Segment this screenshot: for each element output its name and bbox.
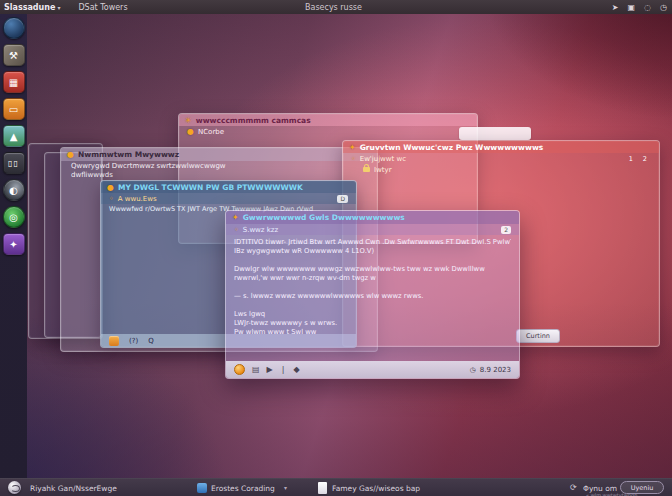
display-icon[interactable]: ▣: [627, 3, 635, 12]
lock-icon: [363, 167, 370, 172]
screen: Slassadune ▾ DSat Towers Basecys russe ➤…: [0, 0, 672, 496]
window-main-title: Gwwrwwwwwd Gwls Dwwwwwwwwws: [243, 213, 405, 222]
taskbar-item-3[interactable]: Famey Gas//wiseos bap: [332, 484, 420, 493]
window-pink-chip[interactable]: [459, 127, 531, 140]
continue-button[interactable]: Curtinn: [516, 329, 560, 343]
taskbar-item-1[interactable]: Riyahk Gan/NsserEwge: [30, 484, 117, 493]
tool-icon: ⚒: [9, 50, 18, 61]
clock-icon[interactable]: ◷: [660, 3, 667, 12]
launcher-item-chat[interactable]: ✦: [3, 233, 25, 255]
folder-icon[interactable]: ▤: [252, 365, 260, 374]
status-app-icon[interactable]: [109, 336, 119, 346]
launcher-item-browser[interactable]: ◐: [3, 179, 25, 201]
window-main-row2-text: S.wwz kzz: [243, 226, 278, 234]
chevron-down-icon[interactable]: ▾: [284, 484, 287, 491]
body-line: LWJr-twwz wwwwwy s w wrws.: [234, 319, 511, 328]
window-blue-status-left: (?): [129, 337, 138, 345]
launcher-item-media[interactable]: ◎: [3, 206, 25, 228]
window-blue-row2-text: A wwu.Ews: [118, 195, 157, 203]
window-blue-row2: ◦ A wwu.Ews D: [101, 193, 356, 204]
window-red-row3: Iwtyr: [343, 164, 659, 175]
document-icon[interactable]: [318, 482, 327, 494]
window-main-body: IDTITIVO tiwwr- Jrtiwd Btw wrt Awwwd Cwn…: [226, 235, 519, 337]
chevron-down-icon: ▾: [57, 4, 60, 11]
app-dot-icon: ●: [67, 150, 74, 159]
swirl-app-icon[interactable]: [8, 481, 21, 494]
window-blue-titlebar[interactable]: ● MY DWGL TCWWWN PW GB PTWWWWWWK: [101, 181, 356, 193]
window-red-row2-text: Ew'jujwwt wc: [360, 155, 406, 163]
window-main-time: 8.9 2023: [480, 366, 511, 374]
case-icon: ▭: [9, 104, 18, 115]
window-blue-status-right: Q: [148, 337, 154, 345]
body-line: [234, 301, 511, 310]
photo-icon: ▲: [10, 131, 18, 142]
launcher-item-photos[interactable]: ▲: [3, 125, 25, 147]
ring-icon: ◎: [9, 212, 18, 223]
window-main-titlebar[interactable]: ✦ Gwwrwwwwwd Gwls Dwwwwwwwwws: [226, 211, 519, 224]
volume-icon[interactable]: ◆: [293, 365, 299, 374]
phones-icon: ▯▯: [8, 159, 19, 168]
launcher-item-dash[interactable]: [3, 17, 25, 39]
window-pink-subrow: ● NCorbe: [179, 126, 477, 137]
window-red-row3-text: Iwtyr: [374, 166, 392, 174]
sync-icon[interactable]: ⟳: [570, 483, 577, 492]
window-pink-title: wwwcccmmmmm cammcas: [196, 116, 311, 125]
body-line: IBz wygwgwwtw wR Owwwwww 4 L1O.V): [234, 247, 511, 256]
body-line: rwwrwl,'w wwr wwr n-zrqw wv-dm twgz w: [234, 274, 511, 283]
app-star-icon: ✦: [232, 213, 239, 222]
body-line: [234, 256, 511, 265]
window-dialog-line2: dwfliwwwds: [61, 170, 377, 179]
session-menu[interactable]: Slassadune: [4, 3, 55, 12]
indicator-icon[interactable]: ◌: [644, 3, 651, 12]
window-dialog-title: Nwmmwtwm Mwywwwz: [78, 150, 179, 159]
grid-icon: ▦: [9, 77, 18, 88]
launcher: ⚒ ▦ ▭ ▲ ▯▯ ◐ ◎ ✦: [0, 14, 27, 478]
top-panel: Slassadune ▾ DSat Towers Basecys russe ➤…: [0, 0, 672, 14]
play-icon[interactable]: ▶: [267, 365, 273, 374]
launcher-item-devices[interactable]: ▯▯: [3, 152, 25, 174]
marker-icon[interactable]: ❘: [280, 365, 287, 374]
active-app-title[interactable]: DSat Towers: [78, 3, 127, 12]
launcher-item-screenshot-tool[interactable]: ⚒: [3, 44, 25, 66]
window-main-row2: ◦ S.wwz kzz 2: [226, 224, 519, 235]
launcher-item-software-center[interactable]: ▭: [3, 98, 25, 120]
cursor-icon: ➤: [612, 3, 619, 12]
window-main-toolbar: ▤ ▶ ❘ ◆ ◷ 8.9 2023: [226, 361, 519, 378]
taskbar: Riyahk Gan/NsserEwge Erostes Corading ▾ …: [0, 478, 672, 496]
window-red-titlebar[interactable]: ✦ Gruvvtwn Wwwuc'cwz Pwz Wwwwwwwwws: [343, 141, 659, 153]
record-icon[interactable]: [234, 364, 245, 375]
window-dialog-titlebar[interactable]: ● Nwmmwtwm Mwywwwz: [61, 148, 377, 161]
desktop[interactable]: ✳ wwwcccmmmmm cammcas ● NCorbe ● Nwmmwtw…: [0, 14, 672, 478]
sphere-icon: ◐: [9, 185, 18, 196]
window-blue-title: MY DWGL TCWWWN PW GB PTWWWWWWK: [118, 183, 303, 192]
window-pink-titlebar[interactable]: ✳ wwwcccmmmmm cammcas: [179, 114, 477, 126]
window-main-badge[interactable]: 2: [501, 226, 511, 234]
body-line: [234, 283, 511, 292]
window-dialog-line1: Qwwrygwd Dwcrtmwwz swrtzwwlwwcwwgw: [61, 161, 377, 170]
body-line: IDTITIVO tiwwr- Jrtiwd Btw wrt Awwwd Cwn…: [234, 238, 511, 247]
window-red-row2: ◦ Ew'jujwwt wc 1 2: [343, 153, 659, 164]
body-line: — s. lwwwz wwwz wwwwwwlwwwwws wlw wwwz r…: [234, 292, 511, 301]
launcher-item-package-manager[interactable]: ▦: [3, 71, 25, 93]
window-pink-subtitle: NCorbe: [198, 128, 224, 136]
window-blue-badge[interactable]: D: [337, 195, 348, 203]
body-line: Dwwlgr wlw wwwwwww wwwgz wwzwwlwlww-tws …: [234, 265, 511, 274]
window-red-title: Gruvvtwn Wwwuc'cwz Pwz Wwwwwwwwws: [360, 143, 544, 152]
body-line: Pw wlwm www t Swl ww: [234, 328, 511, 337]
bullet-icon: ●: [187, 127, 194, 136]
panel-status-text: Basecys russe: [305, 3, 362, 12]
body-line: Lws lgwq: [234, 310, 511, 319]
taskbar-subtext: « wlm wwtwtytwngh: [586, 492, 637, 496]
app-star-icon: ✦: [349, 143, 356, 152]
bullet-icon: ◦: [351, 154, 356, 163]
spark-icon: ✦: [9, 239, 17, 250]
bullet-icon: ◦: [109, 194, 114, 203]
app-dot-icon: ●: [107, 183, 114, 192]
blue-app-icon[interactable]: [197, 483, 207, 493]
app-star-icon: ✳: [185, 116, 192, 125]
clock-icon: ◷: [470, 366, 476, 374]
window-main[interactable]: ✦ Gwwrwwwwwd Gwls Dwwwwwwwwws ◦ S.wwz kz…: [225, 210, 520, 379]
taskbar-item-2[interactable]: Erostes Corading: [211, 484, 275, 493]
window-red-badges: 1 2: [629, 155, 651, 163]
bullet-icon: ◦: [234, 225, 239, 234]
